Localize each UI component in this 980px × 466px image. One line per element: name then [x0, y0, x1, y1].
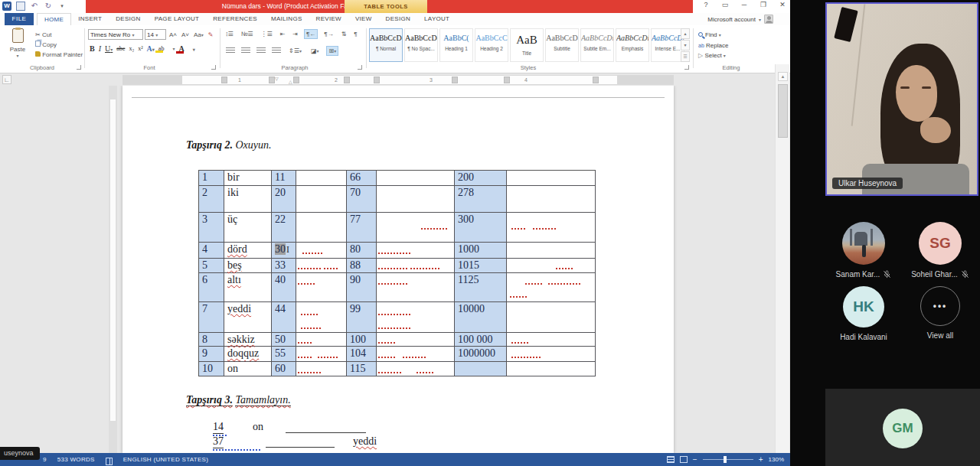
- font-color-button[interactable]: A▾: [178, 44, 194, 53]
- bold-button[interactable]: B: [90, 44, 95, 53]
- style-heading-2[interactable]: AaBbCcCHeading 2: [475, 28, 508, 62]
- close-button[interactable]: ✕: [777, 1, 788, 8]
- replace-button[interactable]: ab Replace: [698, 41, 728, 51]
- page-indicator[interactable]: 9: [43, 456, 47, 463]
- table-cell[interactable]: [507, 362, 596, 376]
- multilevel-list-button[interactable]: ⋮☰: [259, 30, 273, 38]
- justify-button[interactable]: [272, 47, 281, 54]
- table-cell[interactable]: 5: [199, 259, 224, 273]
- align-left-button[interactable]: [226, 47, 235, 54]
- table-cell[interactable]: [296, 273, 347, 302]
- select-button[interactable]: ▷ Select ▾: [698, 51, 728, 61]
- hanging-indent-marker[interactable]: △: [289, 79, 292, 84]
- italic-button[interactable]: I: [99, 44, 101, 53]
- undo-icon[interactable]: ↶: [30, 2, 39, 11]
- restore-button[interactable]: ❐: [758, 1, 769, 8]
- table-cell[interactable]: [296, 333, 347, 347]
- grow-font-button[interactable]: A˄: [168, 31, 178, 39]
- table-cell[interactable]: 8: [199, 333, 224, 347]
- table-cell[interactable]: [507, 171, 596, 186]
- tab-view[interactable]: VIEW: [348, 13, 379, 25]
- bullets-button[interactable]: ⁝☰: [224, 30, 235, 38]
- table-cell[interactable]: 9: [199, 347, 224, 362]
- save-icon[interactable]: [16, 2, 25, 11]
- table-cell[interactable]: dörd: [224, 243, 272, 259]
- shading-button[interactable]: ◪▾: [309, 47, 321, 55]
- ribbon-options-button[interactable]: ▭: [720, 1, 730, 8]
- numbering-button[interactable]: №☰: [240, 30, 255, 38]
- increase-indent-button[interactable]: ⇥: [291, 30, 299, 38]
- table-cell[interactable]: 300: [455, 213, 507, 243]
- zoom-slider[interactable]: [703, 459, 753, 460]
- table-cell[interactable]: beş: [224, 259, 272, 273]
- table-cell[interactable]: [296, 259, 347, 273]
- table-cell[interactable]: 66: [347, 171, 377, 186]
- table-cell[interactable]: [296, 302, 347, 333]
- align-right-button[interactable]: [256, 47, 266, 54]
- scrollbar-thumb[interactable]: [778, 84, 788, 138]
- styles-scroll[interactable]: ▴ ▾ ☰: [681, 28, 690, 62]
- table-cell[interactable]: [296, 171, 347, 186]
- table-cell[interactable]: [377, 333, 455, 347]
- first-line-indent-marker[interactable]: ▽: [275, 76, 279, 81]
- show-paragraph-marks-button[interactable]: ¶: [352, 30, 358, 38]
- participant-video-tile[interactable]: Ulkar Huseynova: [825, 2, 978, 196]
- zoom-out-icon[interactable]: −: [693, 455, 697, 464]
- table-cell[interactable]: 115: [347, 362, 377, 376]
- styles-dialog-launcher[interactable]: [684, 65, 689, 70]
- participant-tile[interactable]: HK Hadi Kalavani: [825, 286, 902, 341]
- zoom-in-icon[interactable]: +: [759, 455, 763, 464]
- cut-button[interactable]: ✂ Cut: [35, 30, 83, 40]
- table-cell[interactable]: 70: [347, 186, 377, 213]
- tab-design[interactable]: DESIGN: [109, 13, 147, 25]
- table-cell[interactable]: bir: [224, 171, 272, 186]
- table-cell[interactable]: 40: [272, 273, 296, 302]
- table-cell[interactable]: [507, 347, 596, 362]
- style-emphasis[interactable]: AaBbCcDiEmphasis: [616, 28, 649, 62]
- table-cell[interactable]: 11: [272, 171, 296, 186]
- find-button[interactable]: Find ▾: [698, 30, 728, 41]
- change-case-button[interactable]: Aa▾: [192, 31, 205, 39]
- vertical-scrollbar[interactable]: ▲: [775, 64, 789, 453]
- participant-tile-gm[interactable]: GM: [825, 389, 980, 466]
- format-painter-button[interactable]: Format Painter: [35, 50, 83, 60]
- tab-file[interactable]: FILE: [5, 13, 34, 25]
- paste-button[interactable]: Paste ▾: [6, 28, 29, 65]
- table-cell[interactable]: 80: [347, 243, 377, 259]
- redo-icon[interactable]: ↻: [44, 2, 53, 11]
- table-cell[interactable]: 100: [347, 333, 377, 347]
- table-cell[interactable]: 4: [199, 243, 224, 259]
- table-cell[interactable]: 60: [272, 362, 296, 376]
- fill-number-2[interactable]: 37: [213, 435, 224, 448]
- tab-selector[interactable]: ∟: [2, 75, 11, 84]
- table-cell[interactable]: 10000: [455, 302, 507, 333]
- table-cell[interactable]: [377, 171, 455, 186]
- table-cell[interactable]: [377, 243, 455, 259]
- borders-button[interactable]: ⊞▾: [326, 46, 338, 56]
- table-cell[interactable]: 7: [199, 302, 224, 333]
- shrink-font-button[interactable]: A˅: [180, 31, 191, 39]
- language-indicator[interactable]: ENGLISH (UNITED STATES): [123, 456, 209, 463]
- table-cell[interactable]: 10: [199, 362, 224, 376]
- table-cell[interactable]: [507, 302, 596, 333]
- table-cell[interactable]: on: [224, 362, 272, 376]
- word-count[interactable]: 533 WORDS: [57, 456, 95, 463]
- tab-page-layout[interactable]: PAGE LAYOUT: [148, 13, 207, 25]
- table-cell[interactable]: [377, 273, 455, 302]
- table-cell[interactable]: [377, 259, 455, 273]
- table-cell[interactable]: 88: [347, 259, 377, 273]
- table-cell[interactable]: [377, 362, 455, 376]
- style--normal[interactable]: AaBbCcDc¶ Normal: [369, 28, 403, 62]
- table-cell[interactable]: altı: [224, 273, 272, 302]
- table-cell[interactable]: 1015: [455, 259, 507, 273]
- table-cell[interactable]: [296, 362, 347, 376]
- qat-customize-icon[interactable]: ▾: [57, 2, 67, 11]
- vertical-ruler[interactable]: [109, 86, 117, 453]
- decrease-indent-button[interactable]: ⇤: [279, 30, 287, 38]
- table-cell[interactable]: yeddi: [224, 302, 272, 333]
- strikethrough-button[interactable]: abc: [116, 45, 125, 52]
- text-effects-button[interactable]: A▾: [147, 44, 155, 53]
- paragraph-dialog-launcher[interactable]: [358, 65, 362, 70]
- web-layout-view-icon[interactable]: [680, 456, 688, 463]
- table-cell[interactable]: 22: [272, 213, 296, 243]
